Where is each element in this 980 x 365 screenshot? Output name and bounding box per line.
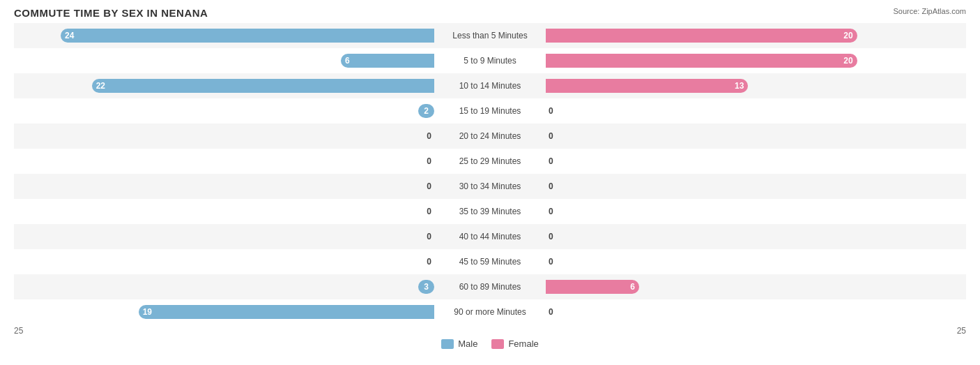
val-female: 20 <box>839 56 857 66</box>
bar-female: 20 <box>546 54 857 68</box>
row-label: 5 to 9 Minutes <box>434 56 546 66</box>
bar-male: 24 <box>61 29 434 43</box>
chart-body: 24 Less than 5 Minutes 20 6 <box>14 23 966 332</box>
val-male-zero: 0 <box>427 181 431 191</box>
val-male: 22 <box>92 81 109 91</box>
bar-male: 6 <box>341 54 434 68</box>
table-row: 0 30 to 34 Minutes 0 <box>14 174 966 199</box>
val-male-zero: 0 <box>427 257 431 267</box>
axis-right: 25 <box>957 326 966 336</box>
row-label: 30 to 34 Minutes <box>434 181 546 191</box>
row-label: 90 or more Minutes <box>434 307 546 317</box>
val-female-zero: 0 <box>549 156 553 166</box>
row-label: 35 to 39 Minutes <box>434 207 546 216</box>
legend-male: Male <box>441 338 477 349</box>
bar-female: 20 <box>546 29 857 43</box>
source-label: Source: ZipAtlas.com <box>893 7 966 15</box>
table-row: 0 35 to 39 Minutes 0 <box>14 199 966 224</box>
val-male: 24 <box>61 31 78 40</box>
axis-left: 25 <box>14 326 23 336</box>
table-row: 0 40 to 44 Minutes 0 <box>14 224 966 249</box>
row-label: 60 to 89 Minutes <box>434 282 546 292</box>
table-row: 0 45 to 59 Minutes 0 <box>14 249 966 274</box>
rows-area: 24 Less than 5 Minutes 20 6 <box>14 23 966 325</box>
val-female-zero: 0 <box>549 232 553 241</box>
legend-female-label: Female <box>508 338 538 349</box>
val-male: 6 <box>341 56 354 66</box>
row-label: 45 to 59 Minutes <box>434 257 546 267</box>
val-female-zero: 0 <box>549 307 553 317</box>
val-female-zero: 0 <box>549 131 553 141</box>
val-female-zero: 0 <box>549 257 553 267</box>
val-male-bubble: 3 <box>418 280 434 294</box>
legend-male-label: Male <box>458 338 477 349</box>
row-label: 15 to 19 Minutes <box>434 106 546 116</box>
row-label: 40 to 44 Minutes <box>434 232 546 241</box>
row-label: 20 to 24 Minutes <box>434 131 546 141</box>
bar-female: 6 <box>546 280 639 294</box>
val-male-zero: 0 <box>427 207 431 216</box>
table-row: 0 20 to 24 Minutes 0 <box>14 124 966 149</box>
val-male-zero: 0 <box>427 232 431 241</box>
legend: Male Female <box>14 338 966 349</box>
chart-container: COMMUTE TIME BY SEX IN NENANA Source: Zi… <box>0 0 980 365</box>
val-female-zero: 0 <box>549 181 553 191</box>
bar-male: 22 <box>92 79 434 93</box>
val-male-zero: 0 <box>427 131 431 141</box>
bar-male: 19 <box>139 305 434 319</box>
val-male-zero: 0 <box>427 156 431 166</box>
val-female-zero: 0 <box>549 106 553 116</box>
table-row: 22 10 to 14 Minutes 13 <box>14 73 966 98</box>
table-row: 19 90 or more Minutes 0 <box>14 299 966 325</box>
val-female: 20 <box>839 31 857 40</box>
table-row: 2 15 to 19 Minutes 0 <box>14 98 966 124</box>
legend-female: Female <box>491 338 538 349</box>
legend-male-box <box>441 339 454 349</box>
val-female-zero: 0 <box>549 207 553 216</box>
row-label: Less than 5 Minutes <box>434 31 546 40</box>
legend-female-box <box>491 339 504 349</box>
table-row: 6 5 to 9 Minutes 20 <box>14 48 966 73</box>
val-female: 13 <box>730 81 748 91</box>
chart-title: COMMUTE TIME BY SEX IN NENANA <box>14 7 966 19</box>
axis-labels: 25 25 <box>14 326 966 336</box>
table-row: 24 Less than 5 Minutes 20 <box>14 23 966 48</box>
val-female: 6 <box>626 282 639 292</box>
val-male-bubble: 2 <box>418 104 434 118</box>
bar-female: 13 <box>546 79 748 93</box>
val-male: 19 <box>139 307 156 317</box>
table-row: 0 25 to 29 Minutes 0 <box>14 149 966 174</box>
row-label: 25 to 29 Minutes <box>434 156 546 166</box>
row-label: 10 to 14 Minutes <box>434 81 546 91</box>
table-row: 3 60 to 89 Minutes 6 <box>14 274 966 299</box>
